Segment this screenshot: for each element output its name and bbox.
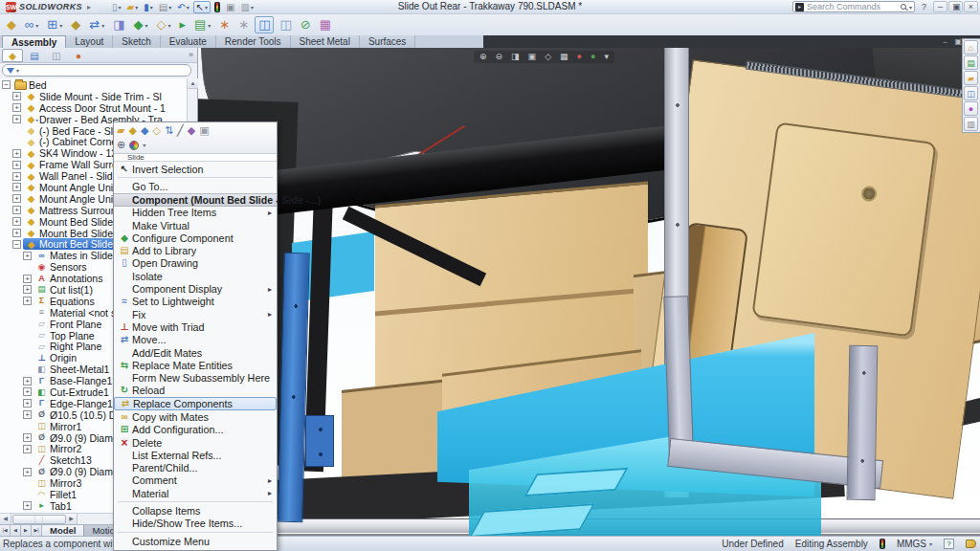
dimxpertmanager-tab[interactable]: ● [68,49,89,62]
expand-toggle-icon[interactable] [12,103,21,112]
paste-button[interactable]: ▣ ▾ [224,1,236,13]
options-button[interactable]: ▥ ▾ [239,1,256,13]
interference-detection-button[interactable]: ◫ ▾ [255,16,274,33]
dropdown-arrow-icon[interactable]: ▾ [59,22,62,29]
menu-item[interactable]: Hidden Tree Items ▸ [114,207,277,219]
dropdown-arrow-icon[interactable]: ▾ [150,4,153,11]
next-study-button[interactable]: ▶ [21,525,32,536]
expand-toggle-icon[interactable] [23,468,32,476]
dropdown-arrow-icon[interactable]: ▾ [119,4,122,11]
minimize-button[interactable]: – [933,1,947,12]
dropdown-arrow-icon[interactable]: ▾ [143,142,145,148]
performance-evaluation-button[interactable]: ▦ ▾ [317,16,334,33]
menu-item[interactable]: Component (Mount Bed Slide - Side -...) … [114,193,277,207]
menu-item[interactable]: Component Display ▸ [114,282,277,295]
zoom-area-icon[interactable]: ⊖ [496,52,503,62]
bill-of-materials-button[interactable]: ▤ ▾ [191,16,213,33]
zoom-fit-icon[interactable]: ⊕ [479,52,487,62]
hide-component-icon[interactable]: ◇ [152,123,160,138]
dropdown-arrow-icon[interactable]: ▾ [251,4,254,11]
explode-line-sketch-button[interactable]: ∗ ▾ [235,16,252,33]
configurationmanager-tab[interactable]: ◫ [46,49,67,62]
dropdown-arrow-icon[interactable]: ▾ [187,4,189,11]
edit-mates-icon[interactable]: ◆ [188,123,195,138]
menu-item[interactable]: Invert Selection ▸ [114,163,277,175]
menu-item[interactable]: Add/Edit Mates ▸ [114,346,277,359]
print-button[interactable]: ▤ ▾ [157,1,173,13]
unit-system-selector[interactable]: MMGS ▾ [897,539,932,549]
scroll-up-icon[interactable]: ▲ [188,78,198,89]
scroll-right-icon[interactable]: ▶ [66,514,78,524]
bracket-left-bar-shape[interactable] [663,296,694,457]
section-view-icon[interactable]: ◨ [511,52,520,62]
expand-toggle-icon[interactable] [12,240,21,249]
menu-item[interactable]: List External Refs... ▸ [114,449,277,461]
help-button[interactable]: ? [919,2,929,11]
hide-show-items-icon[interactable]: ▦ [560,52,568,62]
study-tab[interactable]: Model [42,525,84,537]
expand-toggle-icon[interactable] [2,80,11,89]
expand-toggle-icon[interactable] [12,161,21,169]
expand-toggle-icon[interactable] [23,285,32,294]
commandmanager-tab[interactable]: Sheet Metal [291,35,360,48]
menu-item[interactable]: Configure Component ▸ [114,231,277,244]
expand-toggle-icon[interactable] [23,387,32,396]
graphics-area[interactable]: ⊕ ⊖ ◨ ▣ ◇ ▦ ● ● ▾ [198,48,980,536]
assembly-features-button[interactable]: ◆ ▾ [130,16,150,33]
search-dropdown-arrow-icon[interactable]: ▾ [909,4,912,11]
restore-button[interactable]: ▣ [948,1,963,12]
menu-item[interactable]: Set to Lightweight ▸ [114,296,277,308]
menu-item[interactable]: Add to Library ▸ [114,244,277,256]
tag-icon[interactable] [966,540,976,548]
dropdown-arrow-icon[interactable]: ▾ [205,4,208,11]
quick-tips-button[interactable]: ? [944,539,954,549]
menu-item[interactable]: Add Configuration... ▸ [114,424,277,436]
menu-item[interactable]: Delete ▸ [114,436,277,449]
scrollbar-thumb[interactable]: ⋮⋮ [12,515,66,524]
expand-toggle-icon[interactable] [23,399,32,408]
menu-item[interactable]: Reload ▸ [114,385,277,397]
apply-scene-icon[interactable]: ● [590,52,595,62]
tree-item[interactable]: Access Door Strut Mount - 1 [0,102,188,114]
menu-item[interactable]: Form New Subassembly Here ▸ [114,371,277,384]
menu-item[interactable]: Hide/Show Tree Items... ▸ [114,518,277,530]
propertymanager-tab[interactable]: ▤ [24,49,45,62]
dropdown-arrow-icon[interactable]: ▾ [101,22,104,29]
appearance-wheel-icon[interactable] [129,141,139,150]
open-doc-icon[interactable]: ▰ [117,123,124,138]
expand-toggle-icon[interactable] [12,183,21,191]
commandmanager-tab[interactable]: Surfaces [360,35,415,48]
menu-item[interactable]: Make Virtual ▸ [114,219,277,231]
doc-minimize-button[interactable]: – [944,36,947,47]
menu-item[interactable]: Fix ▸ [114,308,277,320]
expand-toggle-icon[interactable] [23,445,32,453]
expand-toggle-icon[interactable] [12,115,21,123]
expand-toggle-icon[interactable] [23,501,32,510]
tree-item[interactable]: Bed [0,79,188,91]
dropdown-arrow-icon[interactable]: ▾ [35,22,38,29]
dropdown-arrow-icon[interactable]: ▾ [168,4,171,11]
menu-item[interactable]: Open Drawing ▸ [114,257,277,270]
bracket-right-bar-shape[interactable] [847,345,879,500]
solidworks-logo[interactable]: SW SOLIDWORKS ▸ [0,0,97,13]
expand-toggle-icon[interactable] [12,172,21,181]
hole-alignment-button[interactable]: ⊘ ▾ [298,16,314,33]
mate-button[interactable]: ∞ ▾ [22,16,41,33]
sort-icon[interactable]: ⇅ [165,123,173,138]
panel-chevron-icon[interactable]: » [189,50,193,59]
linear-component-pattern-button[interactable]: ⊞ ▾ [44,16,65,33]
menu-item[interactable]: Go To... ▸ [114,180,277,192]
reference-geometry-button[interactable]: ◇ ▾ [153,16,173,33]
expand-toggle-icon[interactable] [23,252,32,260]
expand-toggle-icon[interactable] [12,149,21,158]
tree-item[interactable]: Slide Mount - Side Trim - Sl [0,91,188,102]
dropdown-arrow-icon[interactable]: ▾ [135,4,138,11]
commandmanager-tab[interactable]: Layout [66,35,113,48]
edit-part-icon[interactable]: ◆ [128,123,136,138]
menu-item[interactable]: Copy with Mates ▸ [114,410,277,423]
close-button[interactable]: × [964,1,978,12]
select-button[interactable]: ↖ ▾ [193,1,211,13]
view-palette-tab[interactable]: ◫ [964,86,978,100]
file-explorer-tab[interactable]: ▰ [964,71,978,85]
expand-toggle-icon[interactable] [12,194,21,203]
